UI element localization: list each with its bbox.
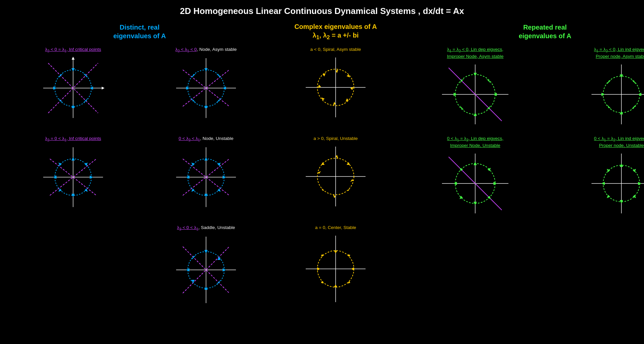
- label-r2c4: 0 < λ1 = λ2, Lin dep eigvecs,Improper No…: [447, 136, 503, 149]
- diagram-r1c1: [40, 55, 106, 121]
- label-r1c3: a < 0, Spiral, Asym stable: [310, 47, 361, 53]
- svg-marker-33: [347, 74, 350, 77]
- col-header-distinct: Distinct, realeigenvalues of A: [7, 20, 272, 44]
- label-r2c2: 0 < λ2 < λ1, Node, Unstable: [179, 136, 234, 143]
- label-r1c2: λ2 < λ1 < 0, Node, Asym stable: [175, 47, 237, 54]
- diagram-r2c3: [302, 143, 369, 210]
- svg-marker-41: [474, 73, 477, 76]
- cell-r3c4: [399, 223, 552, 226]
- svg-marker-31: [333, 102, 336, 105]
- diagram-r2c5: [588, 150, 644, 217]
- svg-marker-35: [321, 97, 325, 100]
- svg-marker-5: [71, 68, 75, 71]
- diagram-r1c4: [439, 61, 512, 128]
- diagram-r1c3: [302, 54, 369, 121]
- cell-r1c2: λ2 < λ1 < 0, Node, Asym stable: [140, 45, 272, 123]
- svg-marker-65: [71, 157, 75, 161]
- svg-marker-117: [607, 195, 610, 198]
- svg-marker-18: [204, 68, 208, 71]
- svg-marker-101: [474, 162, 477, 165]
- svg-marker-34: [346, 98, 349, 102]
- svg-marker-29: [336, 69, 338, 73]
- col-header-complex: Complex eigenvalues of Aλ1, λ2 = a +/- b…: [272, 20, 399, 44]
- label-r3c2: λ2 < 0 < λ1, Saddle, Unstable: [177, 225, 235, 232]
- svg-marker-132: [191, 280, 195, 283]
- svg-marker-95: [321, 188, 324, 191]
- svg-marker-92: [318, 171, 321, 174]
- cell-r2c1: λ2 = 0 < λ1, Inf critical points: [7, 134, 140, 212]
- svg-marker-137: [351, 267, 354, 271]
- diagram-r2c2: [173, 144, 239, 210]
- label-r3c3: a = 0, Center, Stable: [315, 225, 356, 231]
- svg-marker-90: [350, 179, 354, 182]
- cell-r3c1: [7, 223, 140, 226]
- label-r1c5: λ1 = λ2 < 0, Lin ind eigvecs,Proper node…: [594, 47, 644, 60]
- cell-r2c5: 0 < λ1 = λ2, Lin ind eigvecs,Proper node…: [552, 134, 644, 218]
- label-r2c3: a > 0, Spiral, Unstable: [313, 136, 358, 142]
- svg-marker-115: [601, 182, 605, 185]
- label-r1c1: λ2 < 0 = λ1, Inf critical points: [45, 47, 101, 54]
- label-r1c4: λ1 = λ2 < 0, Lin dep eigvecs,Improper No…: [447, 47, 503, 60]
- cell-r3c3: a = 0, Center, Stable: [272, 223, 399, 307]
- cell-r1c4: λ1 = λ2 < 0, Lin dep eigvecs,Improper No…: [399, 45, 552, 129]
- label-r2c5: 0 < λ1 = λ2, Lin ind eigvecs,Proper node…: [594, 136, 644, 149]
- cell-r1c5: λ1 = λ2 < 0, Lin ind eigvecs,Proper node…: [552, 45, 644, 129]
- svg-marker-127: [204, 250, 208, 253]
- diagram-r1c5: [588, 61, 644, 128]
- svg-marker-55: [601, 93, 605, 96]
- diagram-r2c4: [439, 150, 512, 217]
- cell-r3c2: λ2 < 0 < λ1, Saddle, Unstable: [140, 223, 272, 307]
- svg-marker-23: [191, 98, 196, 103]
- diagram-r3c2: [173, 233, 239, 306]
- cell-r2c4: 0 < λ1 = λ2, Lin dep eigvecs,Improper No…: [399, 134, 552, 218]
- diagram-r2c1: [40, 144, 106, 210]
- svg-marker-78: [204, 157, 208, 161]
- svg-marker-57: [607, 104, 611, 109]
- diagram-r3c3: [302, 232, 369, 305]
- svg-marker-36: [323, 73, 326, 76]
- cell-r1c1: λ2 < 0 = λ1, Inf critical points: [7, 45, 140, 123]
- cell-r2c3: a > 0, Spiral, Unstable: [272, 134, 399, 211]
- col-header-repeated: Repeated realeigenvalues of A: [399, 20, 644, 44]
- svg-marker-70: [58, 188, 62, 192]
- cell-r1c3: a < 0, Spiral, Asym stable: [272, 45, 399, 122]
- svg-marker-83: [191, 188, 195, 192]
- svg-marker-138: [334, 285, 337, 287]
- page-title: 2D Homogeneous Linear Continuous Dynamic…: [0, 0, 644, 20]
- svg-marker-93: [347, 162, 350, 165]
- diagram-r1c2: [173, 55, 239, 121]
- svg-marker-22: [216, 98, 221, 103]
- label-r2c1: λ2 = 0 < λ1, Inf critical points: [45, 136, 101, 143]
- cell-r2c2: 0 < λ2 < λ1, Node, Unstable: [140, 134, 272, 212]
- cell-r3c5: [552, 223, 644, 226]
- svg-marker-136: [334, 251, 337, 253]
- svg-marker-139: [317, 267, 320, 271]
